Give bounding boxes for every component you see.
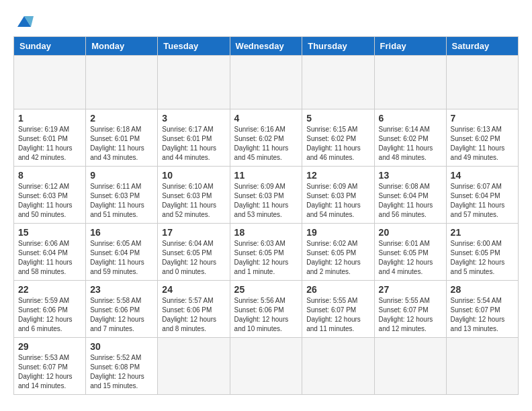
day-number: 30 [90,341,153,352]
day-info: Sunrise: 6:00 AMSunset: 6:05 PMDaylight:… [451,239,514,277]
day-number: 19 [306,227,369,238]
day-cell: 5Sunrise: 6:15 AMSunset: 6:02 PMDaylight… [302,109,374,167]
page-header [13,13,519,30]
day-cell [446,56,518,109]
day-cell: 25Sunrise: 5:56 AMSunset: 6:06 PMDayligh… [230,281,302,338]
day-info: Sunrise: 5:57 AMSunset: 6:06 PMDaylight:… [162,296,225,334]
day-info: Sunrise: 6:06 AMSunset: 6:04 PMDaylight:… [18,239,81,277]
day-number: 11 [234,170,298,181]
week-row-3: 8Sunrise: 6:12 AMSunset: 6:03 PMDaylight… [14,167,519,224]
day-number: 5 [306,113,369,124]
day-number: 16 [90,227,153,238]
day-cell: 24Sunrise: 5:57 AMSunset: 6:06 PMDayligh… [158,281,230,338]
day-cell: 20Sunrise: 6:01 AMSunset: 6:05 PMDayligh… [374,224,446,281]
day-cell: 17Sunrise: 6:04 AMSunset: 6:05 PMDayligh… [158,224,230,281]
day-cell [446,338,518,395]
day-info: Sunrise: 6:08 AMSunset: 6:04 PMDaylight:… [379,182,442,220]
day-cell: 13Sunrise: 6:08 AMSunset: 6:04 PMDayligh… [374,167,446,224]
day-info: Sunrise: 5:55 AMSunset: 6:07 PMDaylight:… [306,296,369,334]
day-cell [86,56,158,109]
day-number: 14 [451,170,514,181]
day-info: Sunrise: 6:02 AMSunset: 6:05 PMDaylight:… [306,239,369,277]
day-cell [374,338,446,395]
day-info: Sunrise: 5:53 AMSunset: 6:07 PMDaylight:… [18,353,81,391]
day-cell: 21Sunrise: 6:00 AMSunset: 6:05 PMDayligh… [446,224,518,281]
day-cell: 6Sunrise: 6:14 AMSunset: 6:02 PMDaylight… [374,109,446,167]
day-number: 18 [234,227,298,238]
day-number: 1 [18,113,81,124]
week-row-1 [14,56,519,109]
day-cell: 26Sunrise: 5:55 AMSunset: 6:07 PMDayligh… [302,281,374,338]
day-cell: 12Sunrise: 6:09 AMSunset: 6:03 PMDayligh… [302,167,374,224]
day-cell: 16Sunrise: 6:05 AMSunset: 6:04 PMDayligh… [86,224,158,281]
day-info: Sunrise: 5:59 AMSunset: 6:06 PMDaylight:… [18,296,81,334]
day-cell: 30Sunrise: 5:52 AMSunset: 6:08 PMDayligh… [86,338,158,395]
day-info: Sunrise: 6:04 AMSunset: 6:05 PMDaylight:… [162,239,225,277]
day-info: Sunrise: 5:55 AMSunset: 6:07 PMDaylight:… [379,296,442,334]
col-header-sunday: Sunday [14,37,86,56]
day-cell: 10Sunrise: 6:10 AMSunset: 6:03 PMDayligh… [158,167,230,224]
day-number: 26 [306,284,369,295]
day-info: Sunrise: 6:09 AMSunset: 6:03 PMDaylight:… [306,182,369,220]
day-cell: 4Sunrise: 6:16 AMSunset: 6:02 PMDaylight… [230,109,302,167]
day-number: 22 [18,284,81,295]
day-cell: 14Sunrise: 6:07 AMSunset: 6:04 PMDayligh… [446,167,518,224]
day-number: 23 [90,284,153,295]
col-header-saturday: Saturday [446,37,518,56]
day-info: Sunrise: 6:11 AMSunset: 6:03 PMDaylight:… [90,182,153,220]
day-info: Sunrise: 5:54 AMSunset: 6:07 PMDaylight:… [451,296,514,334]
day-cell: 2Sunrise: 6:18 AMSunset: 6:01 PMDaylight… [86,109,158,167]
day-cell [158,338,230,395]
day-info: Sunrise: 6:10 AMSunset: 6:03 PMDaylight:… [162,182,225,220]
day-cell: 8Sunrise: 6:12 AMSunset: 6:03 PMDaylight… [14,167,86,224]
day-info: Sunrise: 6:09 AMSunset: 6:03 PMDaylight:… [234,182,298,220]
day-info: Sunrise: 6:16 AMSunset: 6:02 PMDaylight:… [234,125,298,163]
day-info: Sunrise: 6:03 AMSunset: 6:05 PMDaylight:… [234,239,298,277]
day-number: 27 [379,284,442,295]
day-info: Sunrise: 6:19 AMSunset: 6:01 PMDaylight:… [18,125,81,163]
calendar-table: SundayMondayTuesdayWednesdayThursdayFrid… [13,36,519,395]
col-header-wednesday: Wednesday [230,37,302,56]
day-number: 3 [162,113,225,124]
day-cell: 7Sunrise: 6:13 AMSunset: 6:02 PMDaylight… [446,109,518,167]
week-row-4: 15Sunrise: 6:06 AMSunset: 6:04 PMDayligh… [14,224,519,281]
day-cell [230,338,302,395]
day-cell: 15Sunrise: 6:06 AMSunset: 6:04 PMDayligh… [14,224,86,281]
day-info: Sunrise: 6:12 AMSunset: 6:03 PMDaylight:… [18,182,81,220]
day-number: 6 [379,113,442,124]
day-number: 8 [18,170,81,181]
day-cell: 11Sunrise: 6:09 AMSunset: 6:03 PMDayligh… [230,167,302,224]
day-cell [302,56,374,109]
day-cell: 27Sunrise: 5:55 AMSunset: 6:07 PMDayligh… [374,281,446,338]
day-cell: 28Sunrise: 5:54 AMSunset: 6:07 PMDayligh… [446,281,518,338]
day-number: 29 [18,341,81,352]
day-cell: 1Sunrise: 6:19 AMSunset: 6:01 PMDaylight… [14,109,86,167]
col-header-tuesday: Tuesday [158,37,230,56]
day-number: 20 [379,227,442,238]
logo-icon [15,13,34,30]
week-row-2: 1Sunrise: 6:19 AMSunset: 6:01 PMDaylight… [14,109,519,167]
day-number: 12 [306,170,369,181]
week-row-5: 22Sunrise: 5:59 AMSunset: 6:06 PMDayligh… [14,281,519,338]
day-number: 24 [162,284,225,295]
day-info: Sunrise: 6:05 AMSunset: 6:04 PMDaylight:… [90,239,153,277]
day-info: Sunrise: 6:17 AMSunset: 6:01 PMDaylight:… [162,125,225,163]
day-number: 25 [234,284,298,295]
col-header-thursday: Thursday [302,37,374,56]
day-number: 4 [234,113,298,124]
logo [13,13,34,30]
day-cell: 29Sunrise: 5:53 AMSunset: 6:07 PMDayligh… [14,338,86,395]
day-info: Sunrise: 6:18 AMSunset: 6:01 PMDaylight:… [90,125,153,163]
day-number: 28 [451,284,514,295]
day-number: 15 [18,227,81,238]
day-number: 7 [451,113,514,124]
day-number: 17 [162,227,225,238]
day-cell: 3Sunrise: 6:17 AMSunset: 6:01 PMDaylight… [158,109,230,167]
day-cell: 9Sunrise: 6:11 AMSunset: 6:03 PMDaylight… [86,167,158,224]
day-info: Sunrise: 6:14 AMSunset: 6:02 PMDaylight:… [379,125,442,163]
week-row-6: 29Sunrise: 5:53 AMSunset: 6:07 PMDayligh… [14,338,519,395]
day-number: 21 [451,227,514,238]
day-info: Sunrise: 6:13 AMSunset: 6:02 PMDaylight:… [451,125,514,163]
calendar-header-row: SundayMondayTuesdayWednesdayThursdayFrid… [14,37,519,56]
day-cell: 22Sunrise: 5:59 AMSunset: 6:06 PMDayligh… [14,281,86,338]
